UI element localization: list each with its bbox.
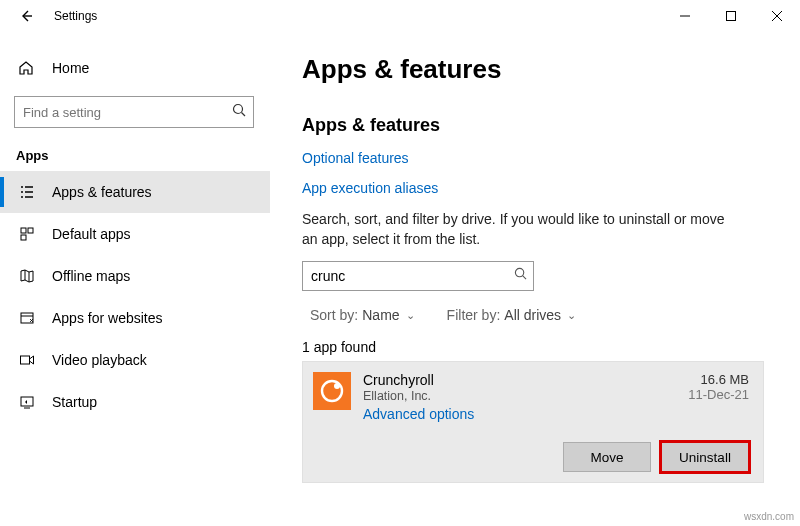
maximize-button[interactable] xyxy=(708,0,754,32)
sidebar-item-video-playback[interactable]: Video playback xyxy=(0,339,270,381)
app-size: 16.6 MB xyxy=(688,372,749,387)
sidebar-item-apps-features[interactable]: Apps & features xyxy=(0,171,270,213)
sidebar-item-label: Default apps xyxy=(52,226,131,242)
sort-by-control[interactable]: Sort by: Name ⌄ xyxy=(310,307,415,323)
sort-filter-row: Sort by: Name ⌄ Filter by: All drives ⌄ xyxy=(302,307,770,323)
chevron-down-icon: ⌄ xyxy=(567,309,576,322)
close-button[interactable] xyxy=(754,0,800,32)
close-icon xyxy=(772,11,782,21)
main-content: Apps & features Apps & features Optional… xyxy=(270,32,800,526)
sort-label: Sort by: xyxy=(310,307,358,323)
svg-rect-6 xyxy=(21,356,30,364)
startup-icon xyxy=(18,393,36,411)
filter-by-control[interactable]: Filter by: All drives ⌄ xyxy=(447,307,576,323)
move-button[interactable]: Move xyxy=(563,442,651,472)
minimize-button[interactable] xyxy=(662,0,708,32)
search-input[interactable] xyxy=(14,96,254,128)
app-name: Crunchyroll xyxy=(363,372,676,388)
result-count: 1 app found xyxy=(302,339,770,355)
app-date: 11-Dec-21 xyxy=(688,387,749,402)
watermark: wsxdn.com xyxy=(744,511,794,522)
sidebar-item-apps-websites[interactable]: Apps for websites xyxy=(0,297,270,339)
home-icon xyxy=(18,60,36,76)
svg-rect-0 xyxy=(727,12,736,21)
svg-rect-2 xyxy=(21,228,26,233)
svg-point-8 xyxy=(515,269,523,277)
video-icon xyxy=(18,351,36,369)
maximize-icon xyxy=(726,11,736,21)
sidebar-search xyxy=(14,96,254,128)
app-icon xyxy=(313,372,351,410)
window-title: Settings xyxy=(54,9,97,23)
page-title: Apps & features xyxy=(302,54,770,85)
chevron-down-icon: ⌄ xyxy=(406,309,415,322)
help-text: Search, sort, and filter by drive. If yo… xyxy=(302,210,732,249)
optional-features-link[interactable]: Optional features xyxy=(302,150,770,166)
app-search xyxy=(302,261,534,291)
sidebar: Home Apps Apps & features Default apps xyxy=(0,32,270,526)
home-button[interactable]: Home xyxy=(0,50,270,86)
window-controls xyxy=(662,0,800,32)
minimize-icon xyxy=(680,11,690,21)
sidebar-item-offline-maps[interactable]: Offline maps xyxy=(0,255,270,297)
sidebar-item-startup[interactable]: Startup xyxy=(0,381,270,423)
arrow-left-icon xyxy=(19,9,33,23)
map-icon xyxy=(18,267,36,285)
svg-rect-3 xyxy=(28,228,33,233)
websites-icon xyxy=(18,309,36,327)
uninstall-button[interactable]: Uninstall xyxy=(661,442,749,472)
list-icon xyxy=(18,183,36,201)
sidebar-item-label: Apps for websites xyxy=(52,310,163,326)
svg-point-10 xyxy=(334,383,340,389)
sidebar-item-label: Apps & features xyxy=(52,184,152,200)
svg-rect-5 xyxy=(21,313,33,323)
filter-label: Filter by: xyxy=(447,307,501,323)
app-card[interactable]: Crunchyroll Ellation, Inc. Advanced opti… xyxy=(302,361,764,483)
svg-point-1 xyxy=(234,105,243,114)
search-icon xyxy=(232,103,246,117)
defaults-icon xyxy=(18,225,36,243)
home-label: Home xyxy=(52,60,89,76)
back-button[interactable] xyxy=(10,0,42,32)
sort-value: Name xyxy=(362,307,399,323)
section-header: Apps xyxy=(16,148,270,163)
svg-rect-4 xyxy=(21,235,26,240)
search-icon xyxy=(514,267,527,280)
crunchyroll-icon xyxy=(319,378,345,404)
sidebar-item-default-apps[interactable]: Default apps xyxy=(0,213,270,255)
filter-value: All drives xyxy=(504,307,561,323)
section-title: Apps & features xyxy=(302,115,770,136)
app-execution-aliases-link[interactable]: App execution aliases xyxy=(302,180,770,196)
sidebar-item-label: Offline maps xyxy=(52,268,130,284)
sidebar-item-label: Video playback xyxy=(52,352,147,368)
app-search-input[interactable] xyxy=(302,261,534,291)
app-publisher: Ellation, Inc. xyxy=(363,389,676,403)
sidebar-item-label: Startup xyxy=(52,394,97,410)
titlebar: Settings xyxy=(0,0,800,32)
advanced-options-link[interactable]: Advanced options xyxy=(363,406,474,422)
